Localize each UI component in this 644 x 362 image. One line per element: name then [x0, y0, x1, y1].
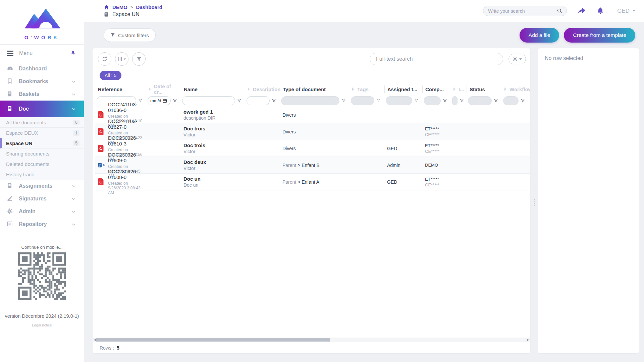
sidebar-item-admin[interactable]: Admin [0, 205, 84, 218]
sidebar-subitem-sharing-documents[interactable]: Sharing documents [0, 148, 84, 159]
sidebar-item-bookmarks[interactable]: Bookmarks [0, 75, 84, 88]
breadcrumb-current[interactable]: Dashboard [136, 4, 162, 10]
column-header-name[interactable]: Name [181, 85, 245, 93]
company-main: ET***** [425, 143, 451, 148]
chevron-down-icon [71, 222, 76, 227]
column-header-reference[interactable]: Reference [95, 85, 146, 93]
grid-settings-button[interactable] [508, 54, 526, 64]
sidebar-item-label: Assignments [19, 183, 52, 189]
home-icon[interactable] [104, 5, 109, 10]
column-header-i[interactable]: I... [451, 85, 467, 93]
fulltext-search[interactable] [370, 53, 503, 65]
pdf-file-icon [98, 145, 105, 152]
sidebar-item-label: Dashboard [19, 66, 47, 72]
search-icon[interactable] [557, 8, 562, 14]
sidebar-subitem-deleted-documents[interactable]: Deleted documents [0, 159, 84, 169]
table-row[interactable]: DOC230926-01610-3Created on 11/3/2024 10… [95, 140, 530, 157]
menu-toggle[interactable]: Menu [0, 44, 84, 62]
global-search[interactable] [483, 6, 567, 16]
columns-button[interactable] [115, 52, 128, 66]
sidebar-item-baskets[interactable]: Baskets [0, 88, 84, 101]
assigned-to: Admin [387, 163, 400, 168]
column-header-assigned-t[interactable]: Assigned t... [384, 85, 422, 93]
type-parent: Parent [282, 179, 298, 185]
scrollbar-thumb[interactable] [96, 338, 330, 342]
subitem-label: Espace DEUX [6, 130, 38, 136]
all-count-pill[interactable]: All : 5 [100, 71, 121, 80]
account-menu[interactable]: GED [617, 8, 635, 14]
sidebar-subitem-history-track[interactable]: History track [0, 169, 84, 180]
table-row[interactable]: wDOC230926-01609-0Created on 9/26/2023 3… [95, 157, 530, 174]
filter-select-status[interactable] [468, 96, 492, 105]
filter-button[interactable] [132, 52, 146, 66]
column-header-description[interactable]: Description [245, 85, 280, 93]
bell-icon[interactable] [596, 7, 604, 15]
sidebar-item-signatures[interactable]: Signatures [0, 192, 84, 205]
custom-filters-button[interactable]: Custom filters [104, 28, 156, 42]
document-subname: description DIR [183, 115, 245, 121]
global-search-input[interactable] [487, 8, 557, 14]
scroll-right-arrow[interactable] [527, 339, 529, 341]
breadcrumb-root[interactable]: DEMO [112, 4, 127, 10]
pin-icon[interactable] [70, 50, 76, 56]
document-reference[interactable]: DOC230926-01608-0 [108, 169, 146, 180]
filter-input-name[interactable] [182, 96, 235, 105]
document-reference[interactable]: DOC241103-01627-0 [108, 118, 146, 130]
create-from-template-button[interactable]: Create from a template [564, 28, 635, 43]
filter-select-i[interactable] [452, 96, 458, 105]
sidebar-subitem-espace-un[interactable]: Espace UN5 [0, 138, 84, 148]
funnel-icon[interactable] [272, 99, 276, 103]
scroll-left-arrow[interactable] [94, 339, 96, 341]
funnel-icon[interactable] [237, 99, 241, 103]
document-reference[interactable]: DOC241103-01636-0 [108, 102, 146, 113]
filter-select-comp[interactable] [424, 96, 441, 105]
column-header-status[interactable]: Status [467, 85, 502, 93]
table-row[interactable]: DOC241103-01627-0Created on 11/3/2024 10… [95, 123, 530, 140]
filter-date-date-of-cr[interactable]: mm/d [148, 96, 171, 105]
fulltext-search-input[interactable] [375, 56, 497, 62]
sidebar-item-assignments[interactable]: Assignments [0, 180, 84, 192]
add-file-button[interactable]: Add a file [520, 28, 559, 43]
sidebar-item-repository[interactable]: Repository [0, 218, 84, 231]
filter-select-workflow[interactable] [503, 96, 519, 105]
column-label: Description [253, 86, 281, 92]
column-header-type-of-document[interactable]: Type of document [280, 85, 350, 93]
table-row[interactable]: DOC230926-01608-0Created on 9/26/2023 3:… [95, 174, 530, 190]
funnel-icon[interactable] [414, 99, 419, 103]
funnel-icon[interactable] [173, 99, 177, 103]
document-reference[interactable]: DOC230926-01609-0 [108, 152, 146, 163]
share-icon[interactable] [577, 7, 586, 15]
column-header-comp[interactable]: Comp... [422, 85, 451, 93]
company-sub: CE***** [425, 149, 451, 154]
column-label: Date of cr... [154, 84, 181, 95]
funnel-icon[interactable] [341, 99, 346, 103]
refresh-button[interactable] [98, 52, 111, 66]
sidebar-item-dashboard[interactable]: Dashboard [0, 62, 84, 75]
gauge-icon [7, 65, 13, 72]
funnel-icon[interactable] [376, 99, 381, 103]
column-header-workflow[interactable]: Workflow [502, 85, 529, 93]
filter-input-description[interactable] [247, 96, 270, 105]
sidebar-item-label: Admin [19, 208, 36, 215]
column-header-date-of-cr[interactable]: Date of cr... [146, 85, 181, 93]
filter-select-assigned-t[interactable] [386, 96, 412, 105]
sidebar-item-label: Repository [19, 221, 47, 227]
filter-select-type-of-document[interactable] [281, 96, 339, 105]
column-header-tags[interactable]: Tags [350, 85, 384, 93]
legal-notice-link[interactable]: Legal notice [0, 323, 84, 327]
horizontal-scrollbar[interactable] [93, 338, 530, 342]
sidebar-item-doc[interactable]: Doc [0, 101, 84, 117]
document-reference[interactable]: DOC230926-01610-3 [108, 135, 146, 146]
funnel-icon[interactable] [494, 99, 498, 103]
table-row[interactable]: DOC241103-01636-0Created on 11/3/2024 10… [95, 107, 530, 123]
funnel-icon[interactable] [443, 99, 447, 103]
funnel-icon[interactable] [460, 99, 464, 103]
filter-select-tags[interactable] [351, 96, 374, 105]
subitem-label: History track [6, 172, 34, 177]
sidebar-subitem-all-the-documents[interactable]: All the documents6 [0, 117, 84, 128]
cell-comp: ET*****CE***** [422, 126, 451, 137]
funnel-icon[interactable] [521, 99, 525, 103]
resize-handle[interactable] [533, 199, 536, 207]
type-value: Divers [282, 129, 296, 134]
sidebar-subitem-espace-deux[interactable]: Espace DEUX1 [0, 128, 84, 138]
